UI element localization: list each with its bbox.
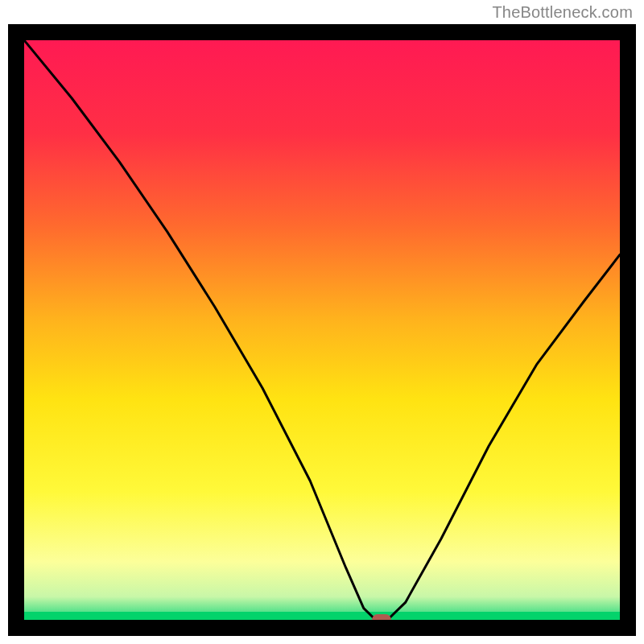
plot-area [24, 40, 620, 620]
curve-line [24, 40, 620, 620]
bottleneck-marker [372, 614, 391, 620]
chart-frame [8, 24, 636, 636]
watermark-text: TheBottleneck.com [492, 3, 633, 22]
chart-container: TheBottleneck.com [0, 0, 644, 644]
